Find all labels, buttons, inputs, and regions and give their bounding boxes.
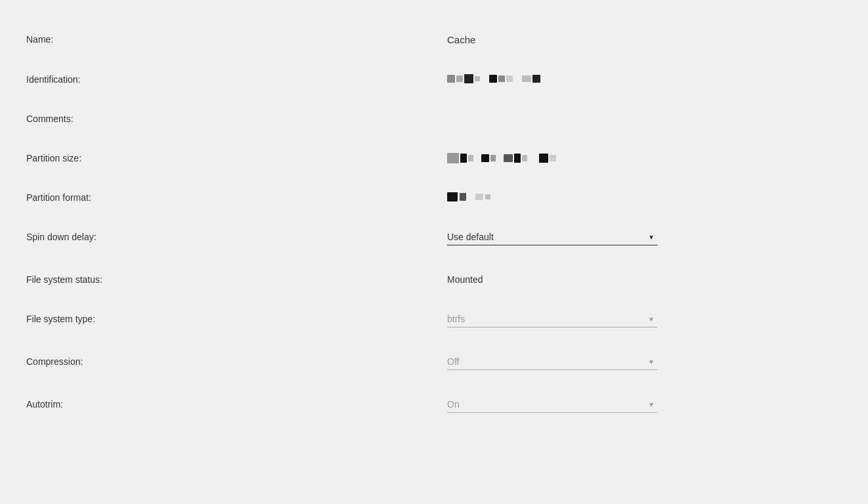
spin-down-delay-dropdown-value[interactable]: Use default ▼ <box>447 232 657 242</box>
autotrim-label: Autotrim: <box>26 385 434 427</box>
identification-value <box>434 60 842 99</box>
compression-dropdown-value[interactable]: Off ▼ <box>447 356 657 367</box>
name-label: Name: <box>26 20 434 60</box>
file-system-type-label: File system type: <box>26 299 434 342</box>
autotrim-dropdown-value[interactable]: On ▼ <box>447 399 657 410</box>
compression-value[interactable]: Off ▼ <box>434 342 842 385</box>
compression-dropdown-arrow: ▼ <box>648 358 655 366</box>
file-system-status-label: File system status: <box>26 260 434 299</box>
autotrim-value[interactable]: On ▼ <box>434 385 842 427</box>
identification-blocks <box>447 74 540 83</box>
partition-format-value <box>434 178 842 217</box>
spin-down-delay-value[interactable]: Use default ▼ <box>434 217 842 260</box>
format-blocks <box>447 192 490 201</box>
settings-form: Name: Cache Identification: <box>26 20 842 427</box>
compression-label: Compression: <box>26 342 434 385</box>
name-value: Cache <box>434 20 842 60</box>
file-system-type-dropdown[interactable]: btrfs ▼ <box>447 314 657 327</box>
file-system-type-dropdown-value[interactable]: btrfs ▼ <box>447 314 657 324</box>
spin-down-delay-dropdown-arrow: ▼ <box>648 234 655 241</box>
autotrim-dropdown[interactable]: On ▼ <box>447 399 657 413</box>
file-system-status-text: Mounted <box>447 274 483 285</box>
file-system-type-value[interactable]: btrfs ▼ <box>434 299 842 342</box>
partition-size-blocks <box>447 153 556 163</box>
identification-label: Identification: <box>26 60 434 99</box>
spin-down-delay-label: Spin down delay: <box>26 217 434 260</box>
comments-value <box>434 99 842 138</box>
autotrim-dropdown-arrow: ▼ <box>648 401 655 408</box>
comments-label: Comments: <box>26 99 434 138</box>
partition-format-label: Partition format: <box>26 178 434 217</box>
file-system-status-value: Mounted <box>434 260 842 299</box>
partition-size-value <box>434 138 842 178</box>
spin-down-delay-dropdown[interactable]: Use default ▼ <box>447 232 657 245</box>
compression-dropdown[interactable]: Off ▼ <box>447 356 657 370</box>
file-system-type-dropdown-arrow: ▼ <box>648 316 655 323</box>
partition-size-label: Partition size: <box>26 138 434 178</box>
